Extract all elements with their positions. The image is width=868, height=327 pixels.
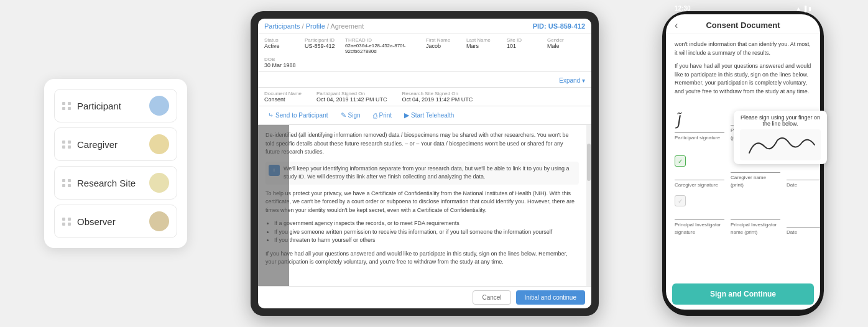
caregiver-sig-group: ✓ Caregiver signature — [675, 155, 724, 189]
pi-sig-row: ✓ Principal Investigator signature Princ… — [675, 195, 811, 236]
print-icon: ⎙ — [373, 112, 377, 119]
last-name-label: Last Name — [466, 37, 504, 43]
phone-para2: If you have had all your questions answe… — [675, 62, 811, 96]
role-label-participant: Participant — [77, 101, 121, 111]
signature-svg — [743, 131, 818, 159]
meta-first-name: First Name Jacob — [426, 37, 464, 54]
tablet-screen: Participants / Profile / Agreement PID: … — [258, 19, 591, 308]
doc-name-label: Document Name — [264, 91, 302, 96]
tablet-device: Participants / Profile / Agreement PID: … — [251, 11, 599, 316]
dot — [68, 107, 71, 110]
participant-signed-item: Participant Signed On Oct 04, 2019 11:42… — [316, 91, 387, 103]
sign-button[interactable]: ✎ Sign — [337, 109, 364, 121]
dot — [62, 102, 65, 105]
dot — [62, 140, 65, 144]
role-item-research-site[interactable]: Research Site — [54, 166, 177, 200]
doc-name-value: Consent — [264, 96, 302, 103]
send-to-participant-button[interactable]: ⤷ Send to Participant — [264, 109, 332, 121]
back-button[interactable]: ‹ — [675, 20, 678, 31]
pi-sig-label: Principal Investigator signature — [675, 221, 724, 236]
caregiver-name-label: Caregiver name (print) — [731, 174, 780, 189]
participant-signed-value: Oct 04, 2019 11:42 PM UTC — [316, 96, 387, 103]
content-para3: If you have had all your questions answe… — [265, 250, 579, 267]
dob-label: DOB — [264, 57, 302, 62]
meta-dob: DOB 30 Mar 1988 — [264, 57, 302, 68]
dot — [62, 223, 65, 226]
pi-date-group: Date — [787, 203, 820, 236]
print-button[interactable]: ⎙ Print — [369, 110, 396, 121]
sign-and-continue-button[interactable]: Sign and Continue — [672, 283, 814, 305]
caregiver-sig-label: Caregiver signature — [675, 182, 724, 189]
role-item-caregiver[interactable]: Caregiver — [54, 127, 177, 161]
content-para1: De-identified (all identifying informati… — [265, 131, 579, 157]
phone-footer: Sign and Continue — [666, 279, 820, 310]
last-name-value: Mars — [466, 43, 504, 49]
participant-id-value: US-859-412 — [305, 43, 343, 49]
phone-status-icons: ▲ ▐ ▮ — [796, 6, 811, 12]
caregiver-sig-box: ✓ — [675, 155, 724, 180]
participant-signed-label: Participant Signed On — [316, 91, 387, 96]
dot — [62, 179, 65, 182]
caregiver-date-label: Date — [787, 182, 820, 189]
pi-sig-group: ✓ Principal Investigator signature — [675, 195, 724, 236]
cancel-button[interactable]: Cancel — [473, 290, 510, 305]
finger-tooltip-text: Please sign using your finger on the lin… — [741, 114, 820, 127]
first-name-label: First Name — [426, 37, 464, 43]
expand-button[interactable]: Expand ▾ — [559, 77, 585, 84]
dob-value: 30 Mar 1988 — [264, 62, 302, 68]
meta-status: Status Active — [264, 37, 302, 54]
pi-name-box — [731, 195, 780, 220]
gender-label: Gender — [547, 37, 585, 43]
initial-and-continue-button[interactable]: Initial and continue — [516, 290, 585, 305]
phone-time: 12:30 — [675, 5, 691, 12]
site-id-label: Site ID — [507, 37, 545, 43]
dot — [68, 102, 71, 105]
role-label-caregiver: Caregiver — [77, 139, 118, 150]
pi-checkmark: ✓ — [675, 195, 686, 206]
status-label: Status — [264, 37, 302, 43]
doc-info-row: Document Name Consent Participant Signed… — [258, 88, 591, 106]
send-label: Send to Participant — [275, 112, 328, 119]
phone-nav-bar: ‹ Consent Document — [666, 14, 820, 34]
role-item-participant[interactable]: Participant — [54, 89, 177, 122]
info-icon: i — [269, 165, 280, 176]
info-box-text: We'll keep your identifying information … — [284, 165, 576, 182]
breadcrumb-participants[interactable]: Participants — [264, 22, 300, 30]
role-left-observer: Observer — [62, 216, 116, 227]
pi-name-group: Principal Investigator name (print) — [731, 195, 780, 236]
thread-id-value: 62ae036d-e128-452a-870f-92cfb627880d — [345, 43, 423, 54]
role-left-participant: Participant — [62, 101, 121, 111]
document-scroll[interactable]: De-identified (all identifying informati… — [258, 125, 586, 286]
pi-sig-box: ✓ — [675, 195, 724, 220]
drag-handle-research-site — [62, 179, 71, 187]
breadcrumb-profile[interactable]: Profile — [306, 22, 325, 30]
first-name-value: Jacob — [426, 43, 464, 49]
print-label: Print — [379, 112, 392, 119]
site-signed-item: Research Site Signed On Oct 04, 2019 11:… — [402, 91, 473, 103]
participant-sig-box: J̃ — [675, 108, 724, 133]
dot — [68, 179, 71, 182]
bullet-list: If a government agency inspects the reco… — [265, 219, 579, 245]
telehealth-button[interactable]: ▶ Start Telehealth — [400, 109, 458, 121]
info-box: i We'll keep your identifying informatio… — [265, 162, 579, 185]
drag-handle-participant — [62, 102, 71, 110]
bullet-2: If you give someone written permission t… — [274, 228, 579, 237]
role-label-observer: Observer — [77, 216, 116, 227]
participant-signature-image: J̃ — [675, 111, 681, 131]
thread-id-label: THREAD ID — [345, 37, 423, 43]
sign-icon: ✎ — [341, 111, 346, 119]
participant-sig-label: Participant signature — [675, 134, 724, 142]
dot — [62, 184, 65, 187]
pid-badge: PID: US-859-412 — [533, 22, 585, 30]
dot — [62, 218, 65, 221]
document-footer: Cancel Initial and continue — [258, 286, 591, 308]
scrollbar[interactable] — [586, 125, 591, 286]
expand-row: Expand ▾ — [258, 72, 591, 88]
role-item-observer[interactable]: Observer — [54, 205, 177, 238]
send-icon: ⤷ — [268, 111, 274, 119]
signature-drawing-area — [740, 129, 821, 160]
dot — [62, 145, 65, 149]
role-left-research-site: Research Site — [62, 178, 136, 188]
dot — [68, 140, 71, 144]
site-signed-value: Oct 04, 2019 11:42 PM UTC — [402, 96, 473, 103]
